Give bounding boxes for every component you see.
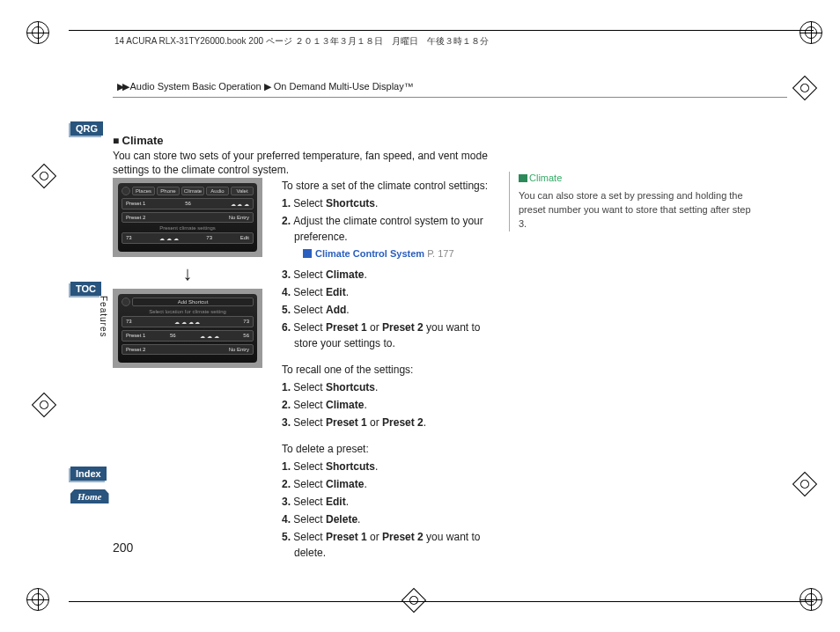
current-row: 73 ☁ ☁ ☁ ☁ 73 xyxy=(122,316,254,327)
add-shortcut-title: Add Shortcut xyxy=(132,298,254,306)
home-tab[interactable]: Home xyxy=(70,489,109,503)
tab-audio: Audio xyxy=(206,187,229,195)
crop-ornament xyxy=(32,393,56,417)
breadcrumb-section-1: Audio System Basic Operation xyxy=(129,81,261,92)
header-rule xyxy=(69,30,814,31)
crop-ornament xyxy=(402,588,426,613)
recall-step-2: 2. Select Climate. xyxy=(282,397,493,413)
note-sidebar: Climate You can also store a set by pres… xyxy=(509,172,755,231)
delete-step-4: 4. Select Delete. xyxy=(282,511,493,527)
registration-mark xyxy=(26,588,49,611)
preset-1-row: Preset 1 56 ☁ ☁ ☁ 56 xyxy=(122,330,254,342)
recall-step-3: 3. Select Preset 1 or Preset 2. xyxy=(282,415,493,430)
recall-step-1: 1. Select Shortcuts. xyxy=(282,379,493,395)
registration-mark xyxy=(799,588,822,611)
index-tab[interactable]: Index xyxy=(70,467,107,481)
device-screen-2: Add Shortcut Select location for climate… xyxy=(113,289,262,368)
store-step-1: 1. Select Shortcuts. xyxy=(282,195,493,211)
tab-places: Places xyxy=(132,187,155,195)
delete-lead: To delete a preset: xyxy=(282,441,493,457)
delete-step-2: 2. Select Climate. xyxy=(282,476,493,492)
breadcrumb-sep: ▶ xyxy=(264,81,271,92)
note-heading: Climate xyxy=(519,172,755,186)
preset-2-row: Preset 2 No Entry xyxy=(122,344,254,355)
delete-step-3: 3. Select Edit. xyxy=(282,494,493,510)
qrg-tab[interactable]: QRG xyxy=(70,121,103,136)
device-screens: Places Phone Climate Audio Valet Preset … xyxy=(113,178,262,368)
store-step-6: 6. Select Preset 1 or Preset 2 you want … xyxy=(282,320,493,351)
add-shortcut-subtitle: Select location for climate setting xyxy=(122,309,254,314)
tab-valet: Valet xyxy=(231,187,254,195)
tab-climate: Climate xyxy=(181,187,204,195)
section-intro: You can store two sets of your preferred… xyxy=(113,149,491,177)
store-step-3: 3. Select Climate. xyxy=(282,267,493,283)
breadcrumb: ▶▶ Audio System Basic Operation ▶ On Dem… xyxy=(117,81,414,92)
chevron-icon xyxy=(519,174,527,182)
file-header: 14 ACURA RLX-31TY26000.book 200 ページ ２０１３… xyxy=(114,35,489,48)
store-step-5: 5. Select Add. xyxy=(282,302,493,318)
climate-control-system-link[interactable]: Climate Control System P. 177 xyxy=(289,246,493,261)
home-icon xyxy=(122,298,130,306)
chapter-label: Features xyxy=(99,296,108,337)
arrow-down-icon: ↓ xyxy=(113,262,262,285)
crop-ornament xyxy=(792,472,817,496)
registration-mark xyxy=(799,21,822,44)
toc-tab[interactable]: TOC xyxy=(70,282,101,296)
instructions-column: To store a set of the climate control se… xyxy=(282,178,493,562)
link-icon xyxy=(303,249,312,258)
store-lead: To store a set of the climate control se… xyxy=(282,178,493,194)
store-step-4: 4. Select Edit. xyxy=(282,284,493,300)
recall-lead: To recall one of the settings: xyxy=(282,362,493,378)
footer-rule xyxy=(69,601,814,602)
page-number: 200 xyxy=(113,540,133,555)
crop-ornament xyxy=(32,164,56,188)
home-icon xyxy=(122,187,130,195)
breadcrumb-rule xyxy=(113,97,787,98)
note-body: You can also store a set by pressing and… xyxy=(519,189,755,231)
present-settings-label: Present climate settings xyxy=(122,225,254,231)
breadcrumb-arrows: ▶▶ xyxy=(117,81,128,92)
preset-1-row: Preset 1 56 ☁ ☁ ☁ xyxy=(122,198,254,209)
tab-phone: Phone xyxy=(157,187,180,195)
device-screen-1: Places Phone Climate Audio Valet Preset … xyxy=(113,178,262,257)
preset-2-row: Preset 2 No Entry xyxy=(122,212,254,223)
present-settings-row: 73 ☁ ☁ ☁ 73 Edit xyxy=(122,232,254,244)
registration-mark xyxy=(26,21,49,44)
delete-step-5: 5. Select Preset 1 or Preset 2 you want … xyxy=(282,529,493,561)
store-step-2: 2. Adjust the climate control system to … xyxy=(282,213,493,245)
breadcrumb-section-2: On Demand Multi-Use Display™ xyxy=(274,81,414,92)
section-title: Climate xyxy=(113,134,491,147)
crop-ornament xyxy=(792,76,817,100)
delete-step-1: 1. Select Shortcuts. xyxy=(282,459,493,474)
